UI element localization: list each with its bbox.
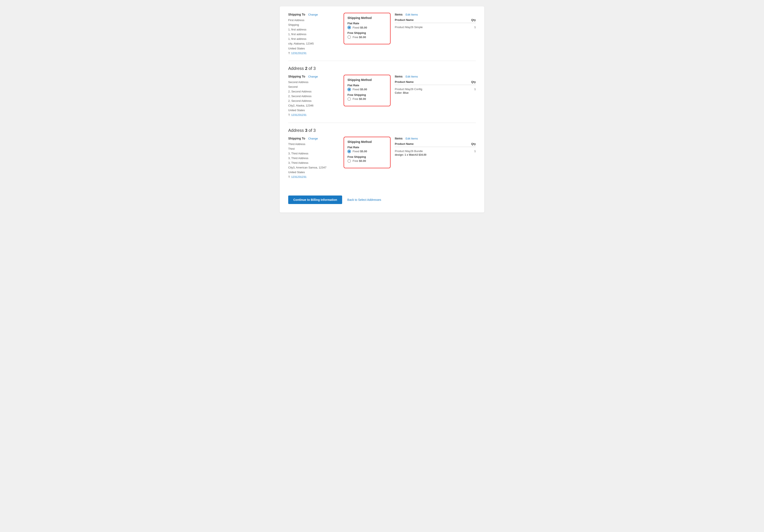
table-row: Product May26 Bundle design: 1 x Watch3 … [395,148,476,158]
radio-unselected-3[interactable] [347,159,351,163]
addr3-phone-number: 1231231231 [291,175,306,179]
address-section-3: Address 3 of 3 Shipping To Change Third … [288,123,476,185]
col-qty-1: Qty [471,18,476,22]
addr2-line1: 2, Second Address [288,89,339,94]
radio-selected-3[interactable] [347,150,351,153]
addr1-city: city, Alabama, 12345 [288,41,339,46]
product-attr-2: Color: Blue [395,91,422,94]
addr3-company: Third [288,147,339,151]
addr3-line3: 3, Third Address [288,161,339,165]
free-label-2: Free $0.00 [353,97,366,100]
free-price-3: $0.00 [359,159,366,163]
addr2-phone: T: 1231231231 [288,113,339,117]
addr2-line2: 2, Second Address [288,94,339,99]
addr2-name: Second Address [288,80,339,84]
shipping-to-2: Shipping To Change Second Address Second… [288,75,339,118]
shipping-to-label-3: Shipping To [288,137,305,140]
addr2-line3: 2, Second Address [288,99,339,103]
fixed-price-2: $5.00 [360,88,367,91]
free-shipping-group-2: Free Shipping Free $0.00 [347,93,387,101]
fixed-label-3: Fixed $5.00 [353,150,367,153]
radio-unselected-1[interactable] [347,35,351,39]
addr3-country: United States [288,170,339,175]
shipping-to-3: Shipping To Change Third Address Third 3… [288,137,339,180]
items-label-3: Items [395,137,403,140]
table-row: Product May26 Simple 1 [395,24,476,30]
addr3-phone: T: 1231231231 [288,175,339,179]
radio-selected-1[interactable] [347,26,351,29]
product-qty-1: 1 [474,26,476,29]
address-row-1: Shipping To Change First Address Shippin… [288,13,476,61]
free-label-3: Free $0.00 [353,159,366,163]
attr-val-3: 1 x Watch3 $34.00 [405,153,426,156]
items-label-2: Items [395,75,403,78]
edit-items-link-2[interactable]: Edit Items [405,75,418,78]
items-table-1: Product Name Qty Product May26 Simple 1 [395,18,476,30]
fixed-label-1: Fixed $5.00 [353,26,367,29]
edit-items-link-1[interactable]: Edit Items [405,13,418,16]
free-price-2: $0.00 [359,97,366,100]
edit-items-link-3[interactable]: Edit Items [405,137,418,140]
free-rate-option-2[interactable]: Free $0.00 [347,97,387,101]
col-qty-2: Qty [471,80,476,83]
addr1-line3: 1, first address [288,37,339,41]
col-name-1: Product Name [395,18,414,22]
addr1-phone: T: 1231231231 [288,51,339,56]
free-shipping-name-2: Free Shipping [347,93,387,96]
items-table-header-3: Product Name Qty [395,142,476,147]
shipping-method-title-2: Shipping Method [347,78,387,81]
product-name-2: Product May26 Config [395,87,422,91]
change-link-2[interactable]: Change [308,75,318,78]
items-section-1: Items Edit Items Product Name Qty Produc… [395,13,476,56]
radio-selected-2[interactable] [347,88,351,91]
change-link-3[interactable]: Change [308,137,318,140]
address-row-3: Shipping To Change Third Address Third 3… [288,137,476,185]
addr3-name: Third Address [288,142,339,147]
free-price-1: $0.00 [359,36,366,39]
radio-unselected-2[interactable] [347,97,351,101]
back-link[interactable]: Back to Select Addresses [347,198,381,201]
items-section-2: Items Edit Items Product Name Qty Produc… [395,75,476,118]
flat-rate-name-2: Flat Rate [347,84,387,87]
shipping-to-label-1: Shipping To [288,13,305,16]
items-label-1: Items [395,13,403,16]
change-link-1[interactable]: Change [308,13,318,16]
product-qty-2: 1 [474,87,476,91]
flat-rate-option-2[interactable]: Fixed $5.00 [347,88,387,91]
table-row: Product May26 Config Color: Blue 1 [395,86,476,96]
addr3-line1: 3, Third Address [288,151,339,156]
attr-key-2: Color: [395,91,403,94]
addr1-phone-number: 1231231231 [291,52,306,55]
address-section-1: Shipping To Change First Address Shippin… [288,13,476,61]
free-shipping-group-3: Free Shipping Free $0.00 [347,155,387,163]
addr1-company: Shipping [288,23,339,27]
addr1-country: United States [288,46,339,51]
flat-rate-group-2: Flat Rate Fixed $5.00 [347,84,387,91]
product-name-3: Product May26 Bundle [395,150,426,153]
shipping-method-title-3: Shipping Method [347,140,387,144]
attr-key-3: design: [395,153,405,156]
free-rate-option-3[interactable]: Free $0.00 [347,159,387,163]
flat-rate-name-1: Flat Rate [347,22,387,25]
footer-actions: Continue to Billing Information Back to … [288,191,476,204]
addr2-city: City2, Alaska, 12346 [288,103,339,108]
fixed-price-1: $5.00 [360,26,367,29]
flat-rate-group-1: Flat Rate Fixed $5.00 [347,22,387,29]
shipping-to-label-2: Shipping To [288,75,305,78]
flat-rate-option-3[interactable]: Fixed $5.00 [347,150,387,153]
col-name-2: Product Name [395,80,414,83]
shipping-method-title-1: Shipping Method [347,16,387,20]
fixed-price-3: $5.00 [360,150,367,153]
items-table-2: Product Name Qty Product May26 Config Co… [395,80,476,96]
items-table-header-2: Product Name Qty [395,80,476,85]
product-qty-3: 1 [474,150,476,153]
address-details-1: First Address Shipping 1, first address … [288,18,339,56]
addr2-company: Second [288,84,339,89]
items-section-3: Items Edit Items Product Name Qty Produc… [395,137,476,180]
flat-rate-option-1[interactable]: Fixed $5.00 [347,26,387,29]
address-section-2: Address 2 of 3 Shipping To Change Second… [288,61,476,123]
items-table-header-1: Product Name Qty [395,18,476,23]
free-rate-option-1[interactable]: Free $0.00 [347,35,387,39]
continue-button[interactable]: Continue to Billing Information [288,196,342,204]
address-row-2: Shipping To Change Second Address Second… [288,75,476,123]
